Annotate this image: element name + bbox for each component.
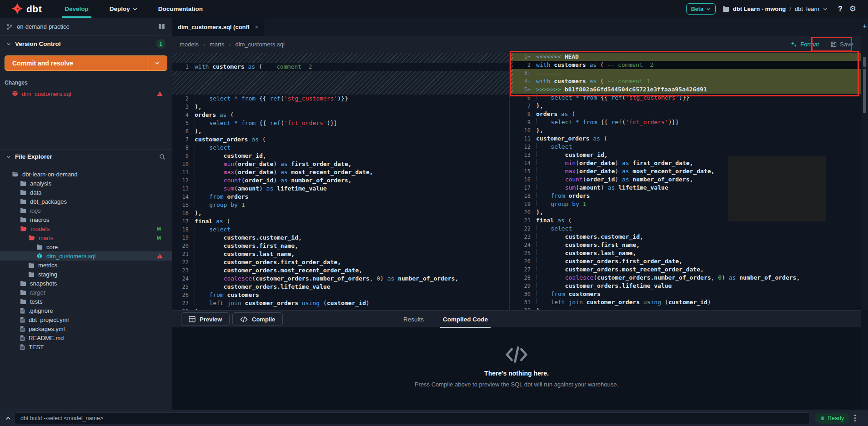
folder-icon [20,190,26,195]
tree-item-label: snapshots [30,280,57,287]
tree-item-label: metrics [38,262,57,269]
close-icon[interactable]: × [255,24,258,30]
code-line: 25 customer_orders.lifetime_value [172,283,509,291]
tree-item-models[interactable]: modelsM [0,224,172,233]
tree-item-snapshots[interactable]: snapshots [0,279,172,288]
changed-file-dim-customers[interactable]: dim_customers.sql [0,89,172,99]
collapsed-diff-hatch [172,71,509,95]
tree-item-dim-customers-sql[interactable]: dim_customers.sql [0,251,172,261]
code-icon [240,316,248,322]
tree-item-label: core [46,244,58,251]
scrollbar-thumb[interactable] [863,69,866,113]
scrollbar-mark[interactable] [863,57,866,67]
folder-open-icon [28,235,35,241]
tab-results[interactable]: Results [403,311,424,328]
compile-button[interactable]: Compile [232,312,283,326]
chevron-right-icon: › [203,41,205,48]
tree-item-test[interactable]: TEST [0,342,172,351]
tree-item-dbt-learn-on-demand[interactable]: dbt-learn-on-demand [0,170,172,179]
nav-documentation[interactable]: Documentation [156,0,206,18]
bottom-panel-body: There's nothing here. Press Compile abov… [172,327,861,410]
tree-item-logs[interactable]: logs [0,206,172,215]
chevron-up-icon[interactable] [5,416,11,421]
line-number: 10 [175,160,189,168]
tree-item-data[interactable]: data [0,188,172,197]
tree-item-dbt-packages[interactable]: dbt_packages [0,197,172,206]
code-line: 25 customers.last_name, [510,249,861,257]
branch-row[interactable]: on-demand-practice [0,18,172,36]
line-number: 18 [512,192,531,200]
preview-button[interactable]: Preview [181,312,230,326]
format-button[interactable]: Format [790,41,819,48]
help-button[interactable]: ? [838,5,843,13]
version-control-header[interactable]: Version Control 1 [0,36,172,52]
account-name: dbt Learn - mwong [733,5,786,12]
chevron-down-icon [823,7,828,11]
editor-pane-working[interactable]: 1with customers as ( -- comment 22 selec… [172,53,509,310]
line-number: 6 [175,127,189,135]
project-name: dbt_learn [795,5,819,12]
folder-icon [20,281,26,286]
folder-open-icon [12,171,19,177]
line-number: 9 [512,118,531,126]
chevron-down-icon [706,7,711,11]
tree-item--gitignore[interactable]: .gitignore [0,306,172,315]
line-number: 1+ [512,53,531,61]
line-number: 17 [512,184,531,192]
code-line: 2 select * from {{ ref('stg_customers')}… [172,95,509,103]
tree-item-staging[interactable]: staging [0,270,172,279]
save-button[interactable]: Save [831,41,853,48]
git-branch-icon [6,24,13,30]
code-line: 20 customers.first_name, [172,242,509,250]
tree-item-marts[interactable]: martsM [0,233,172,242]
kebab-menu-icon[interactable] [854,414,856,422]
line-number: 23 [175,266,189,275]
nav-develop[interactable]: Develop [62,0,91,18]
collapsed-diff-hatch [172,53,509,63]
code-line: 31 left join customer_orders using (cust… [510,298,861,306]
tree-item-macros[interactable]: macros [0,215,172,224]
tab-dim-customers[interactable]: dim_customers.sql (confli... × [172,18,264,36]
tree-item-core[interactable]: core [0,242,172,251]
nav-deploy[interactable]: Deploy [107,0,140,18]
top-nav: dbt Develop Deploy Documentation Beta db… [0,0,868,18]
commit-and-resolve-button[interactable]: Commit and resolve [5,55,167,71]
tree-item-analysis[interactable]: analysis [0,179,172,188]
project-breadcrumb[interactable]: dbt Learn - mwong / dbt_learn [722,5,828,12]
code-line: 6 select * from {{ ref('stg_customers')}… [510,94,861,102]
settings-gear-icon[interactable]: ⚙ [849,4,856,14]
tree-item-dbt-project-yml[interactable]: dbt_project.yml [0,315,172,324]
code-line: 1with customers as ( -- comment 2 [172,63,509,71]
dbt-cloud-ide: dbt Develop Deploy Documentation Beta db… [0,0,868,426]
tree-item-tests[interactable]: tests [0,297,172,306]
status-badge-ready[interactable]: Ready [815,413,849,424]
line-number: 19 [512,200,531,208]
tree-item-metrics[interactable]: metrics [0,261,172,270]
commit-dropdown-toggle[interactable] [147,56,167,70]
tree-item-readme-md[interactable]: README.md [0,333,172,342]
file-explorer-header[interactable]: File Explorer [0,149,172,164]
new-tab-button[interactable]: + [861,22,868,30]
line-number: 26 [175,291,189,299]
docs-book-icon[interactable] [158,24,166,30]
tree-item-label: data [30,189,41,196]
folder-icon [20,299,26,304]
line-number: 22 [512,225,531,233]
model-icon [36,253,43,259]
empty-state-subtitle: Press Compile above to preview the SQL d… [172,381,861,388]
code-line: 12 select [510,143,861,151]
beta-toggle[interactable]: Beta [686,3,716,15]
line-number: 27 [512,266,531,274]
tree-item-label: marts [39,235,54,241]
line-number: 15 [175,201,189,209]
line-number: 2 [512,61,531,69]
tree-item-target[interactable]: target [0,288,172,297]
folder-icon [722,6,729,12]
line-number: 31 [512,298,531,306]
code-line: 30 from customers [510,290,861,298]
tab-compiled-code[interactable]: Compiled Code [443,311,488,328]
dbt-logo[interactable]: dbt [12,3,42,15]
tree-item-packages-yml[interactable]: packages.yml [0,324,172,333]
search-icon[interactable] [159,154,166,160]
command-input[interactable] [15,412,809,424]
